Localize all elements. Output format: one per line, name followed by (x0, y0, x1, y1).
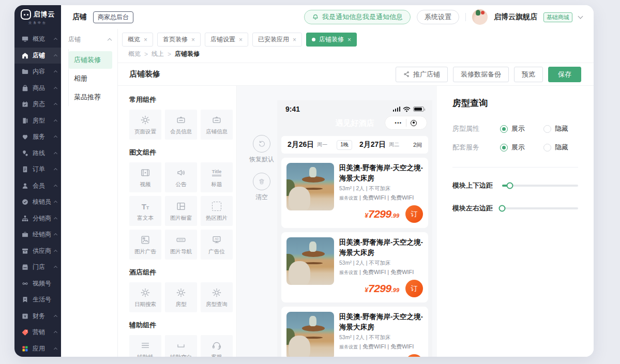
sidebar-item-content[interactable]: 内容 (14, 64, 61, 80)
sidebar-item-label: 概览 (33, 35, 45, 43)
submenu-item-album[interactable]: 相册 (69, 70, 112, 87)
more-dots-icon[interactable]: ••• (395, 120, 402, 126)
tab-shop-settings[interactable]: 店铺设置× (205, 33, 248, 47)
chevron-up-icon (54, 135, 57, 139)
sidebar-item-life[interactable]: 生活号 (14, 292, 61, 308)
sidebar-item-dealer[interactable]: 经销商 (14, 226, 61, 243)
sidebar-item-order[interactable]: 订单 (14, 161, 61, 178)
book-button[interactable]: 订 (405, 205, 423, 223)
notification-pill[interactable]: 我是通知信息我是通知信息 (304, 10, 411, 24)
sidebar-item-finance[interactable]: 财务 (14, 308, 61, 325)
sidebar-item-apps[interactable]: 应用 (14, 341, 61, 357)
sidebar-item-verifier[interactable]: 核销员 (14, 194, 61, 210)
component-rich-text[interactable]: TT富文本 (129, 196, 161, 226)
component-label: 页面设置 (134, 128, 156, 135)
radio-option-hide[interactable]: 隐藏 (543, 124, 568, 133)
tab-close-icon[interactable]: × (293, 36, 296, 43)
sidebar-item-distributor[interactable]: 分销商 (14, 210, 61, 227)
slider-knob[interactable] (499, 205, 506, 212)
tab-close-icon[interactable]: × (347, 36, 351, 43)
slider-track[interactable] (502, 207, 578, 209)
component-image-ad[interactable]: 图片广告 (129, 230, 161, 260)
briefcase-icon (21, 231, 29, 239)
radio-option-show[interactable]: 展示 (500, 124, 525, 133)
tab-home-decorate[interactable]: 首页装修× (157, 33, 201, 47)
app-label: 店铺 (72, 12, 87, 22)
sidebar-item-supplier[interactable]: 供应商 (14, 243, 61, 260)
slider-knob[interactable] (506, 183, 513, 189)
room-card[interactable]: 田美澳-野奢海岸-天空之境-海景大床房53m² | 2人 | 不可加床服务设置 … (281, 307, 428, 357)
tab-label: 首页装修 (163, 35, 188, 44)
component-date-search[interactable]: 日期搜索 (129, 282, 161, 312)
component-video[interactable]: 视频 (129, 162, 161, 192)
submenu-title: 店铺 (68, 35, 81, 44)
component-customer-service[interactable]: 客服 (201, 335, 233, 357)
sidebar-item-room-type[interactable]: 房型 (14, 113, 61, 129)
slider-track[interactable] (502, 185, 578, 187)
breadcrumb-item[interactable]: 线上 (152, 50, 164, 58)
component-member-info[interactable]: 会员信息 (165, 110, 197, 140)
preview-button[interactable]: 预览 (514, 67, 543, 82)
price-decimal: .99 (391, 287, 399, 293)
sidebar-item-marketing[interactable]: 营销 (14, 324, 61, 341)
sidebar-item-shop[interactable]: 店铺 (14, 48, 61, 64)
sidebar-item-goods[interactable]: 商品 (14, 80, 61, 97)
component-image-nav[interactable]: 图片导航 (165, 230, 197, 260)
book-button[interactable]: 订 (405, 354, 423, 357)
chevron-up-icon (54, 54, 57, 58)
sidebar-item-overview[interactable]: 概览 (14, 31, 61, 48)
submenu-item-dish-recommend[interactable]: 菜品推荐 (69, 88, 112, 106)
close-target-icon[interactable] (411, 120, 417, 126)
workspace-badge[interactable]: 商家总后台 (93, 11, 133, 23)
setting-row-room-attributes: 房型属性展示隐藏 (452, 119, 578, 138)
sidebar-item-room-status[interactable]: 房态 (14, 96, 61, 113)
sidebar-item-route[interactable]: 路线 (14, 145, 61, 162)
radio-option-show[interactable]: 展示 (500, 143, 525, 152)
book-button[interactable]: 订 (405, 280, 423, 297)
tab-close-icon[interactable]: × (144, 36, 147, 43)
clear-canvas-button[interactable]: 清空 (245, 173, 278, 202)
room-card[interactable]: 田美澳-野奢海岸-天空之境-海景大床房53m² | 2人 | 不可加床服务设置 … (281, 232, 428, 302)
component-section-title: 常用组件 (129, 95, 236, 104)
sidebar-item-service[interactable]: 服务 (14, 129, 61, 145)
component-label: 房型 (176, 301, 187, 308)
sidebar-item-store[interactable]: 门店 (14, 259, 61, 276)
component-hotzone-image[interactable]: 热区图片 (201, 196, 233, 226)
tab-installed-apps[interactable]: 已安装应用× (252, 33, 302, 47)
breadcrumb-item[interactable]: 概览 (128, 50, 141, 58)
component-helper-line[interactable]: 辅助线 (129, 335, 161, 357)
room-card[interactable]: 田美澳-野奢海岸-天空之境-海景大床房53m² | 2人 | 不可加床服务设置 … (281, 158, 428, 228)
mini-program-capsule[interactable]: ••• (385, 116, 427, 130)
bookmark-icon (21, 296, 29, 304)
component-image-window[interactable]: 图片橱窗 (165, 196, 197, 226)
tab-overview[interactable]: 概览× (122, 33, 153, 47)
backup-data-button[interactable]: 装修数据备份 (453, 67, 509, 82)
tab-shop-decorate[interactable]: 店铺装修× (306, 33, 357, 47)
chevron-down-icon[interactable] (578, 14, 583, 19)
component-ad-slot[interactable]: AD广告位 (201, 230, 233, 260)
component-page-settings[interactable]: 页面设置 (129, 110, 161, 140)
module-settings-panel: 房型查询 房型属性展示隐藏配套服务展示隐藏 模块上下边距模块左右边距 (437, 86, 594, 357)
sidebar-item-member[interactable]: 会员 (14, 178, 61, 194)
date-search-bar[interactable]: 2月26日 周一 1晚 2月27日 周二 2间 (281, 136, 428, 154)
check-badge-icon (21, 198, 29, 206)
component-notice[interactable]: 公告 (165, 162, 197, 192)
promote-shop-button[interactable]: 推广店铺 (396, 67, 448, 82)
component-helper-blank[interactable]: 辅助空白 (165, 335, 197, 357)
component-room-query[interactable]: 房型查询 (201, 282, 233, 312)
phone-status-bar: 9:41 (277, 100, 432, 113)
tab-close-icon[interactable]: × (239, 36, 243, 43)
submenu-item-shop-decoration[interactable]: 店铺装修 (69, 51, 112, 69)
avatar[interactable] (472, 9, 488, 25)
system-settings-button[interactable]: 系统设置 (417, 10, 459, 24)
component-shop-info[interactable]: 店铺信息 (201, 110, 233, 140)
services-text: | 免费WIFI | 免费WIFI (358, 194, 414, 201)
radio-option-hide[interactable]: 隐藏 (543, 143, 568, 152)
component-title[interactable]: Title标题 (201, 162, 233, 192)
sidebar-item-channels[interactable]: 视频号 (14, 276, 61, 292)
save-button[interactable]: 保存 (548, 67, 581, 82)
tab-close-icon[interactable]: × (191, 36, 195, 43)
component-room-type[interactable]: 房型 (165, 282, 197, 312)
restore-default-button[interactable]: 恢复默认 (245, 135, 278, 164)
chevron-up-icon[interactable] (108, 38, 112, 42)
